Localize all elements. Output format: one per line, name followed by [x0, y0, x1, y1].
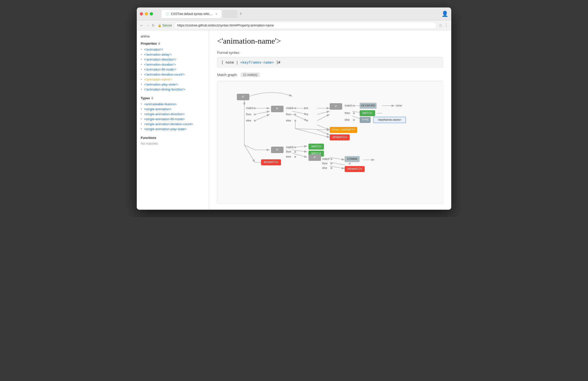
match-label-5: match: [322, 157, 330, 160]
inactive-tab[interactable]: [222, 10, 237, 18]
lock-icon: 🔒: [158, 24, 161, 27]
match-graph-header: Match graph: 11 node(s): [217, 73, 443, 77]
keyframes-name-link[interactable]: <keyframes-name>: [240, 60, 274, 64]
type-link-single-animation-iteration-count[interactable]: <single-animation-iteration-count>: [144, 122, 193, 126]
url-bar[interactable]: https://csstree.github.io/docs/syntax.ht…: [174, 22, 437, 29]
refresh-button[interactable]: ↻: [152, 23, 155, 27]
tab-doc-icon: 📄: [165, 12, 169, 15]
forward-button[interactable]: →: [146, 23, 150, 28]
property-link-animation-play-state[interactable]: <'animation-play-state'>: [144, 83, 178, 86]
list-item: <single-animation>: [141, 107, 205, 111]
match-label-3: match: [345, 104, 352, 107]
syntax-bracket-close: ]#: [274, 60, 280, 64]
properties-count: 9: [158, 42, 160, 45]
tab-bar: 📄 CSSTree default syntax refere… × +: [161, 10, 440, 18]
minimize-button[interactable]: [145, 12, 148, 15]
no-matches: No matches: [141, 142, 205, 145]
profile-button[interactable]: 👤: [441, 11, 448, 17]
connector-dot: [306, 107, 308, 109]
comma-label: COMMA: [347, 157, 358, 160]
sidebar: anima Properties 9 <'animation'> <'anima…: [137, 30, 209, 210]
connector-dot: [294, 113, 296, 115]
connector-dot: [330, 163, 332, 165]
close-button[interactable]: [140, 12, 143, 15]
back-button[interactable]: ←: [140, 23, 144, 28]
list-item: <single-animation-fill-mode>: [141, 117, 205, 121]
list-item: <'animation'>: [141, 47, 205, 51]
list-item: <'animation-play-state'>: [141, 82, 205, 86]
then-label-4: then: [286, 150, 291, 153]
then-label-5: then: [322, 162, 327, 165]
edge: [317, 111, 330, 114]
mismatch-label-2: MISMATCH: [264, 161, 278, 164]
list-item: <'animation-iteration-count'>: [141, 72, 205, 76]
list-item: <'animation-direction'>: [141, 57, 205, 61]
connector-dot: [294, 156, 296, 158]
match-label-1: match: [246, 106, 254, 109]
else-label-1: else: [246, 119, 251, 122]
type-link-single-animation-direction[interactable]: <single-animation-direction>: [144, 112, 185, 116]
property-link-animation-name[interactable]: <'animation-name'>: [144, 78, 172, 81]
else-label-5: else: [322, 166, 327, 169]
mismatch-label-3: MISMATCH: [347, 167, 362, 170]
property-link-animation-fill-mode[interactable]: <'animation-fill-mode'>: [144, 68, 176, 71]
edge: [317, 130, 330, 135]
sidebar-filter-text: anima: [141, 34, 205, 38]
property-link-animation[interactable]: <'animation'>: [144, 48, 163, 51]
maximize-button[interactable]: [150, 12, 153, 15]
functions-label: Functions: [141, 136, 156, 140]
functions-section: Functions No matches: [141, 136, 205, 145]
else-label-3: else: [345, 118, 350, 121]
if-label-1: IF: [242, 95, 244, 98]
match-green-label-2: MATCH: [311, 145, 321, 148]
secure-indicator[interactable]: 🔒 Secure: [158, 24, 172, 27]
secure-label: Secure: [162, 24, 172, 27]
type-link-single-animation[interactable]: <single-animation>: [144, 107, 171, 111]
page-content: anima Properties 9 <'animation'> <'anima…: [137, 30, 451, 210]
edge: [255, 114, 270, 121]
comma-char: ,: [363, 157, 364, 160]
types-section-title: Types 6: [141, 96, 205, 100]
then-label-2: then: [286, 113, 291, 116]
syntax-box: [ none | <keyframes-name> ]#: [217, 57, 443, 68]
type-link-single-animation-play-state[interactable]: <single-animation-play-state>: [144, 127, 187, 131]
active-tab[interactable]: 📄 CSSTree default syntax refere… ×: [161, 10, 221, 18]
disallowempty-label: DISALLOWEMPTY: [332, 128, 355, 131]
properties-label: Properties: [141, 42, 157, 45]
connector-dot: [294, 146, 296, 148]
connector-dot: [306, 120, 308, 122]
property-link-animation-delay[interactable]: <'animation-delay'>: [144, 53, 172, 56]
else-label-2: else: [286, 119, 291, 122]
property-link-animation-direction[interactable]: <'animation-direction'>: [144, 58, 176, 61]
tab-close-button[interactable]: ×: [215, 12, 217, 16]
bookmark-button[interactable]: ☆: [439, 23, 442, 28]
property-link-animation-timing-function[interactable]: <'animation-timing-function'>: [144, 88, 185, 91]
new-tab-button[interactable]: +: [237, 10, 244, 17]
if-label-3: IF: [335, 105, 337, 108]
tab-title: CSSTree default syntax refere…: [171, 12, 213, 16]
traffic-lights: [140, 12, 153, 15]
list-item: <single-animation-direction>: [141, 112, 205, 116]
then-label-3: then: [345, 111, 350, 114]
connector-dot: [330, 158, 332, 160]
match-label-4: match: [286, 146, 294, 149]
connector-dot: [254, 120, 256, 122]
edge: [317, 114, 330, 121]
properties-list: <'animation'> <'animation-delay'> <'anim…: [141, 47, 205, 91]
list-item: <'animation-name'>: [141, 77, 205, 81]
types-label: Types: [141, 96, 150, 100]
menu-button[interactable]: ⋮: [444, 23, 448, 28]
mismatch-label-1: MISMATCH: [332, 136, 347, 139]
list-item: <'animation-timing-function'>: [141, 87, 205, 91]
match-graph-svg: IF match then else IF match then else: [222, 86, 432, 198]
type-link-single-animation-fill-mode[interactable]: <single-animation-fill-mode>: [144, 117, 185, 121]
property-link-animation-duration[interactable]: <'animation-duration'>: [144, 63, 176, 66]
if-label-4: IF: [276, 148, 279, 151]
types-count: 6: [151, 96, 153, 100]
then5-dot: [349, 163, 351, 165]
edge: [292, 114, 307, 121]
list-item: <single-animation-play-state>: [141, 127, 205, 131]
property-link-animation-iteration-count[interactable]: <'animation-iteration-count'>: [144, 73, 185, 76]
type-link-animateable-feature[interactable]: <animateable-feature>: [144, 102, 177, 106]
nodes-badge: 11 node(s): [241, 73, 260, 77]
